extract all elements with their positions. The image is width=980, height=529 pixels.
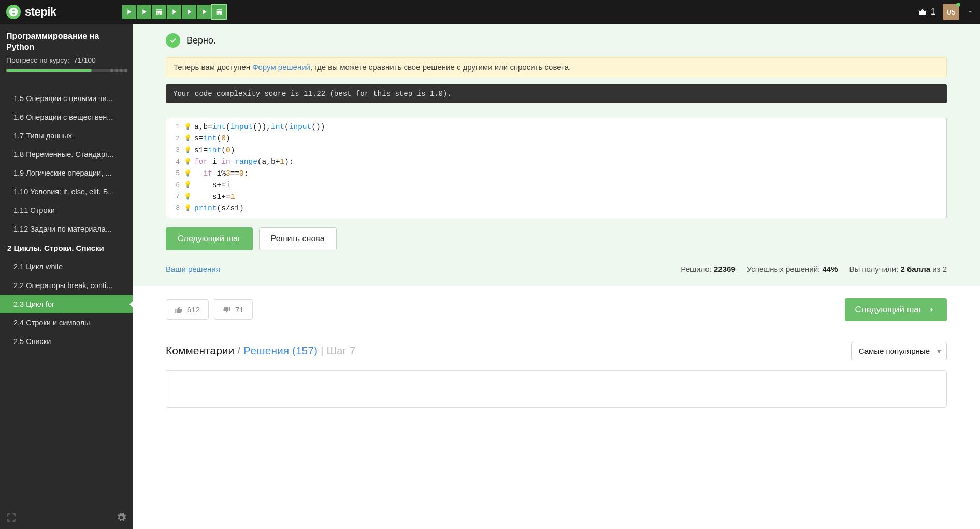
chevron-right-icon <box>927 305 936 314</box>
result-panel: Верно. Теперь вам доступен Форум решений… <box>133 24 980 286</box>
crown-icon <box>917 7 928 17</box>
sidebar-item[interactable]: 1.11 Строки <box>0 201 133 220</box>
sidebar-item[interactable]: 1.10 Условия: if, else, elif. Б... <box>0 182 133 201</box>
sidebar-item[interactable]: 2.1 Цикл while <box>0 258 133 276</box>
step-tab[interactable] <box>212 5 226 19</box>
code-line: 5💡 if i%3==0: <box>166 168 946 179</box>
comment-input[interactable] <box>166 370 947 408</box>
avatar[interactable]: U5 <box>943 4 959 20</box>
sidebar-item[interactable]: 1.8 Переменные. Стандарт... <box>0 145 133 164</box>
forum-link[interactable]: Форум решений <box>252 63 310 72</box>
step-tab[interactable] <box>167 5 181 19</box>
sort-select[interactable]: Самые популярные <box>851 342 947 360</box>
progress-bar <box>6 69 126 72</box>
crown-badge[interactable]: 1 <box>917 7 935 17</box>
next-step-button[interactable]: Следующий шаг <box>166 227 253 250</box>
brand-text: stepik <box>25 5 56 19</box>
your-solutions-link[interactable]: Ваши решения <box>166 265 220 274</box>
verdict-text: Верно. <box>186 35 216 46</box>
below-panel: 612 71 Следующий шаг Комментарии / Решен… <box>133 286 980 420</box>
code-line: 1💡a,b=int(input()),int(input()) <box>166 121 946 133</box>
code-line: 7💡 s1+=1 <box>166 191 946 203</box>
step-tab[interactable] <box>137 5 151 19</box>
sidebar-section[interactable]: 2 Циклы. Строки. Списки <box>0 238 133 258</box>
step-tab[interactable] <box>197 5 211 19</box>
code-editor[interactable]: 1💡a,b=int(input()),int(input())2💡s=int(0… <box>166 118 947 218</box>
step-label: Шаг 7 <box>326 345 355 357</box>
sidebar-item[interactable]: 1.7 Типы данных <box>0 126 133 145</box>
code-line: 6💡 s+=i <box>166 179 946 191</box>
main-content[interactable]: Верно. Теперь вам доступен Форум решений… <box>133 24 980 529</box>
verdict: Верно. <box>166 33 947 48</box>
progress-dots <box>110 69 127 72</box>
points-stat: Вы получили: 2 балла из 2 <box>849 265 947 274</box>
topbar: stepik 1 U5 <box>0 0 980 24</box>
check-icon <box>166 33 180 48</box>
logo[interactable]: stepik <box>6 5 56 19</box>
sidebar-nav[interactable]: 1.5 Операции с целыми чи...1.6 Операции … <box>0 77 133 506</box>
code-line: 8💡print(s/s1) <box>166 203 946 214</box>
tab-comments[interactable]: Комментарии <box>166 345 234 357</box>
sidebar-item[interactable]: 1.9 Логические операции, ... <box>0 164 133 182</box>
sidebar-item[interactable]: 2.2 Операторы break, conti... <box>0 276 133 295</box>
action-row: Следующий шаг Решить снова <box>166 227 947 250</box>
sidebar: Программирование на Python Прогресс по к… <box>0 24 133 529</box>
step-tabs <box>122 5 226 19</box>
topbar-right: 1 U5 <box>917 4 974 20</box>
comments-header: Комментарии / Решения (157) | Шаг 7 Самы… <box>166 342 947 360</box>
step-tab[interactable] <box>122 5 136 19</box>
tab-solutions[interactable]: Решения (157) <box>243 345 318 357</box>
course-title: Программирование на Python <box>6 31 126 53</box>
crown-count: 1 <box>931 7 935 17</box>
thumbs-up-icon <box>175 306 183 314</box>
info-box: Теперь вам доступен Форум решений, где в… <box>166 57 947 77</box>
dislike-button[interactable]: 71 <box>214 299 253 320</box>
code-line: 4💡for i in range(a,b+1): <box>166 156 946 167</box>
sidebar-footer <box>0 506 133 529</box>
logo-icon <box>6 5 21 19</box>
fullscreen-icon[interactable] <box>6 512 17 523</box>
sidebar-item[interactable]: 2.3 Цикл for <box>0 295 133 313</box>
sidebar-item[interactable]: 2.5 Списки <box>0 332 133 351</box>
solved-stat: Решило: 22369 <box>681 265 735 274</box>
retry-button[interactable]: Решить снова <box>259 227 337 250</box>
sidebar-item[interactable]: 1.5 Операции с целыми чи... <box>0 89 133 108</box>
success-stat: Успешных решений: 44% <box>747 265 838 274</box>
sidebar-header: Программирование на Python Прогресс по к… <box>0 24 133 77</box>
code-line: 3💡s1=int(0) <box>166 145 946 156</box>
step-tab[interactable] <box>182 5 196 19</box>
notification-dot <box>956 3 960 7</box>
like-button[interactable]: 612 <box>166 299 209 320</box>
step-tab[interactable] <box>152 5 166 19</box>
progress-label: Прогресс по курсу: 71/100 <box>6 56 126 64</box>
stats-row: Ваши решения Решило: 22369 Успешных реше… <box>166 265 947 274</box>
vote-row: 612 71 Следующий шаг <box>166 298 947 321</box>
thumbs-down-icon <box>223 306 231 314</box>
progress-fill <box>6 69 92 72</box>
sidebar-item[interactable]: 1.6 Операции с веществен... <box>0 108 133 126</box>
chevron-down-icon[interactable] <box>967 8 974 16</box>
complexity-hint: Your code complexity score is 11.22 (bes… <box>166 84 947 103</box>
next-step-big-button[interactable]: Следующий шаг <box>845 298 947 321</box>
code-line: 2💡s=int(0) <box>166 133 946 144</box>
sidebar-item[interactable]: 1.12 Задачи по материала... <box>0 220 133 238</box>
sidebar-item[interactable]: 2.4 Строки и символы <box>0 313 133 332</box>
gear-icon[interactable] <box>116 512 126 523</box>
